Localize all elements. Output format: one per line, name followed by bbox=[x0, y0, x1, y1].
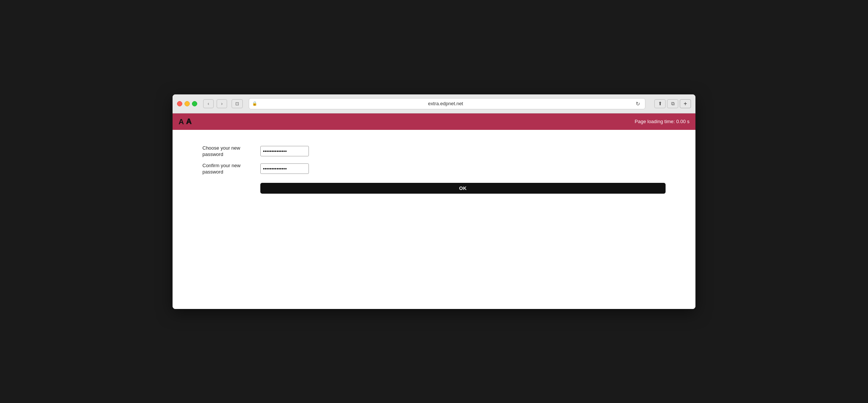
page-loading-time: Page loading time: 0.00 s bbox=[635, 119, 689, 124]
tab-manager-icon: ⧉ bbox=[671, 101, 675, 107]
forward-button[interactable]: › bbox=[217, 99, 227, 108]
app-header: A A Page loading time: 0.00 s bbox=[173, 113, 695, 130]
password-form: Choose your new password Confirm your ne… bbox=[202, 145, 666, 194]
chrome-bar: ‹ › ⊡ 🔒 extra.edpnet.net ↻ ⬆ ⧉ + bbox=[173, 94, 695, 113]
forward-icon: › bbox=[221, 101, 223, 106]
share-button[interactable]: ⬆ bbox=[654, 99, 666, 108]
new-password-input[interactable] bbox=[260, 146, 309, 156]
new-tab-button[interactable]: + bbox=[680, 99, 691, 108]
confirm-password-input[interactable] bbox=[260, 163, 309, 174]
address-bar[interactable]: 🔒 extra.edpnet.net ↻ bbox=[249, 98, 645, 109]
tab-manager-button[interactable]: ⧉ bbox=[667, 99, 678, 108]
page-content: Choose your new password Confirm your ne… bbox=[173, 130, 695, 309]
share-icon: ⬆ bbox=[658, 101, 662, 106]
ok-button[interactable]: OK bbox=[260, 183, 666, 194]
new-password-label: Choose your new password bbox=[202, 145, 260, 158]
lock-icon: 🔒 bbox=[252, 101, 257, 106]
traffic-lights bbox=[177, 101, 197, 106]
chrome-actions: ⬆ ⧉ + bbox=[654, 99, 691, 108]
close-button[interactable] bbox=[177, 101, 182, 106]
url-text: extra.edpnet.net bbox=[260, 101, 632, 106]
minimize-button[interactable] bbox=[185, 101, 190, 106]
sidebar-icon: ⊡ bbox=[235, 101, 239, 106]
new-password-row: Choose your new password bbox=[202, 145, 666, 158]
back-icon: ‹ bbox=[208, 101, 209, 106]
reload-button[interactable]: ↻ bbox=[634, 100, 642, 108]
browser-window: ‹ › ⊡ 🔒 extra.edpnet.net ↻ ⬆ ⧉ + bbox=[173, 94, 695, 309]
logo-icon-outline: A bbox=[186, 117, 191, 126]
confirm-password-row: Confirm your new password bbox=[202, 162, 666, 175]
sidebar-button[interactable]: ⊡ bbox=[232, 99, 243, 108]
maximize-button[interactable] bbox=[192, 101, 197, 106]
app-logo: A A bbox=[179, 117, 192, 126]
logo-icon-filled: A bbox=[179, 118, 184, 125]
plus-icon: + bbox=[683, 100, 687, 107]
reload-icon: ↻ bbox=[636, 101, 640, 107]
back-button[interactable]: ‹ bbox=[203, 99, 214, 108]
confirm-password-label: Confirm your new password bbox=[202, 162, 260, 175]
